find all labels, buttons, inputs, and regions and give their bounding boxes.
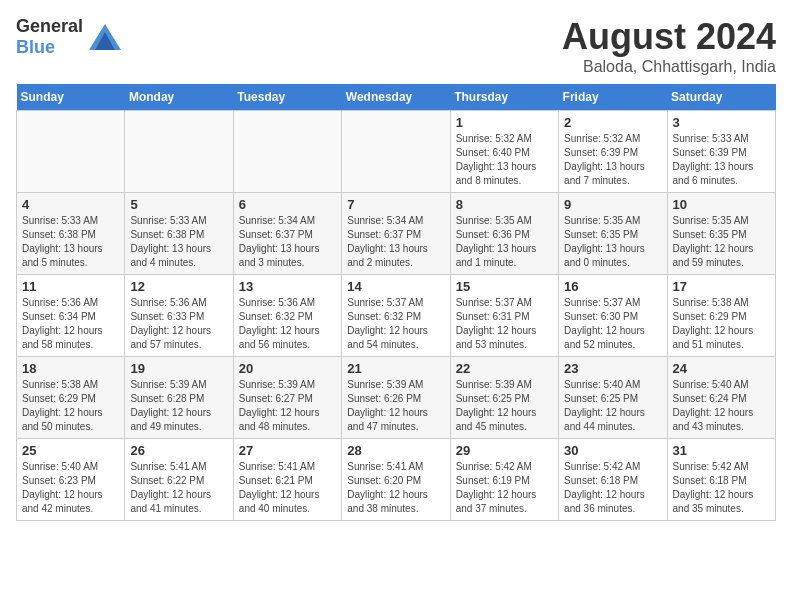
day-info: Sunrise: 5:42 AM Sunset: 6:19 PM Dayligh… — [456, 460, 553, 516]
day-info: Sunrise: 5:32 AM Sunset: 6:39 PM Dayligh… — [564, 132, 661, 188]
calendar-cell: 1Sunrise: 5:32 AM Sunset: 6:40 PM Daylig… — [450, 111, 558, 193]
week-row-2: 4Sunrise: 5:33 AM Sunset: 6:38 PM Daylig… — [17, 193, 776, 275]
day-info: Sunrise: 5:41 AM Sunset: 6:20 PM Dayligh… — [347, 460, 444, 516]
calendar-cell: 22Sunrise: 5:39 AM Sunset: 6:25 PM Dayli… — [450, 357, 558, 439]
day-number: 11 — [22, 279, 119, 294]
calendar-cell: 23Sunrise: 5:40 AM Sunset: 6:25 PM Dayli… — [559, 357, 667, 439]
day-number: 6 — [239, 197, 336, 212]
day-info: Sunrise: 5:39 AM Sunset: 6:28 PM Dayligh… — [130, 378, 227, 434]
subtitle: Baloda, Chhattisgarh, India — [562, 58, 776, 76]
day-header-friday: Friday — [559, 84, 667, 111]
day-number: 25 — [22, 443, 119, 458]
day-info: Sunrise: 5:41 AM Sunset: 6:22 PM Dayligh… — [130, 460, 227, 516]
day-number: 3 — [673, 115, 770, 130]
day-info: Sunrise: 5:34 AM Sunset: 6:37 PM Dayligh… — [239, 214, 336, 270]
calendar-cell — [342, 111, 450, 193]
day-number: 26 — [130, 443, 227, 458]
day-info: Sunrise: 5:32 AM Sunset: 6:40 PM Dayligh… — [456, 132, 553, 188]
day-number: 13 — [239, 279, 336, 294]
day-number: 30 — [564, 443, 661, 458]
day-info: Sunrise: 5:36 AM Sunset: 6:33 PM Dayligh… — [130, 296, 227, 352]
day-info: Sunrise: 5:40 AM Sunset: 6:25 PM Dayligh… — [564, 378, 661, 434]
calendar-cell — [125, 111, 233, 193]
calendar-cell: 12Sunrise: 5:36 AM Sunset: 6:33 PM Dayli… — [125, 275, 233, 357]
calendar-table: SundayMondayTuesdayWednesdayThursdayFrid… — [16, 84, 776, 521]
calendar-cell: 13Sunrise: 5:36 AM Sunset: 6:32 PM Dayli… — [233, 275, 341, 357]
day-header-saturday: Saturday — [667, 84, 775, 111]
calendar-cell: 25Sunrise: 5:40 AM Sunset: 6:23 PM Dayli… — [17, 439, 125, 521]
day-number: 23 — [564, 361, 661, 376]
calendar-cell: 27Sunrise: 5:41 AM Sunset: 6:21 PM Dayli… — [233, 439, 341, 521]
day-number: 4 — [22, 197, 119, 212]
calendar-cell — [17, 111, 125, 193]
calendar-cell: 17Sunrise: 5:38 AM Sunset: 6:29 PM Dayli… — [667, 275, 775, 357]
calendar-cell: 19Sunrise: 5:39 AM Sunset: 6:28 PM Dayli… — [125, 357, 233, 439]
calendar-cell: 28Sunrise: 5:41 AM Sunset: 6:20 PM Dayli… — [342, 439, 450, 521]
calendar-cell: 31Sunrise: 5:42 AM Sunset: 6:18 PM Dayli… — [667, 439, 775, 521]
day-number: 2 — [564, 115, 661, 130]
calendar-cell: 5Sunrise: 5:33 AM Sunset: 6:38 PM Daylig… — [125, 193, 233, 275]
day-info: Sunrise: 5:33 AM Sunset: 6:38 PM Dayligh… — [130, 214, 227, 270]
day-number: 20 — [239, 361, 336, 376]
day-info: Sunrise: 5:42 AM Sunset: 6:18 PM Dayligh… — [673, 460, 770, 516]
calendar-cell: 14Sunrise: 5:37 AM Sunset: 6:32 PM Dayli… — [342, 275, 450, 357]
day-number: 8 — [456, 197, 553, 212]
calendar-cell: 7Sunrise: 5:34 AM Sunset: 6:37 PM Daylig… — [342, 193, 450, 275]
calendar-cell: 10Sunrise: 5:35 AM Sunset: 6:35 PM Dayli… — [667, 193, 775, 275]
calendar-cell: 18Sunrise: 5:38 AM Sunset: 6:29 PM Dayli… — [17, 357, 125, 439]
day-number: 7 — [347, 197, 444, 212]
calendar-cell: 8Sunrise: 5:35 AM Sunset: 6:36 PM Daylig… — [450, 193, 558, 275]
day-info: Sunrise: 5:36 AM Sunset: 6:34 PM Dayligh… — [22, 296, 119, 352]
week-row-3: 11Sunrise: 5:36 AM Sunset: 6:34 PM Dayli… — [17, 275, 776, 357]
calendar-cell: 16Sunrise: 5:37 AM Sunset: 6:30 PM Dayli… — [559, 275, 667, 357]
week-row-4: 18Sunrise: 5:38 AM Sunset: 6:29 PM Dayli… — [17, 357, 776, 439]
day-number: 17 — [673, 279, 770, 294]
day-number: 16 — [564, 279, 661, 294]
calendar-cell: 21Sunrise: 5:39 AM Sunset: 6:26 PM Dayli… — [342, 357, 450, 439]
calendar-cell: 26Sunrise: 5:41 AM Sunset: 6:22 PM Dayli… — [125, 439, 233, 521]
day-info: Sunrise: 5:37 AM Sunset: 6:30 PM Dayligh… — [564, 296, 661, 352]
day-number: 21 — [347, 361, 444, 376]
logo-blue: Blue — [16, 37, 55, 57]
day-info: Sunrise: 5:39 AM Sunset: 6:25 PM Dayligh… — [456, 378, 553, 434]
calendar-cell: 4Sunrise: 5:33 AM Sunset: 6:38 PM Daylig… — [17, 193, 125, 275]
logo: General Blue — [16, 16, 123, 58]
day-number: 14 — [347, 279, 444, 294]
day-number: 22 — [456, 361, 553, 376]
day-header-thursday: Thursday — [450, 84, 558, 111]
calendar-cell: 3Sunrise: 5:33 AM Sunset: 6:39 PM Daylig… — [667, 111, 775, 193]
calendar-cell — [233, 111, 341, 193]
day-info: Sunrise: 5:42 AM Sunset: 6:18 PM Dayligh… — [564, 460, 661, 516]
day-number: 10 — [673, 197, 770, 212]
day-info: Sunrise: 5:40 AM Sunset: 6:23 PM Dayligh… — [22, 460, 119, 516]
header: General Blue August 2024 Baloda, Chhatti… — [16, 16, 776, 76]
day-info: Sunrise: 5:36 AM Sunset: 6:32 PM Dayligh… — [239, 296, 336, 352]
calendar-cell: 11Sunrise: 5:36 AM Sunset: 6:34 PM Dayli… — [17, 275, 125, 357]
day-header-wednesday: Wednesday — [342, 84, 450, 111]
day-info: Sunrise: 5:35 AM Sunset: 6:36 PM Dayligh… — [456, 214, 553, 270]
day-info: Sunrise: 5:41 AM Sunset: 6:21 PM Dayligh… — [239, 460, 336, 516]
day-number: 28 — [347, 443, 444, 458]
day-info: Sunrise: 5:39 AM Sunset: 6:27 PM Dayligh… — [239, 378, 336, 434]
day-number: 19 — [130, 361, 227, 376]
day-info: Sunrise: 5:33 AM Sunset: 6:38 PM Dayligh… — [22, 214, 119, 270]
day-number: 29 — [456, 443, 553, 458]
day-number: 24 — [673, 361, 770, 376]
day-number: 12 — [130, 279, 227, 294]
logo-general: General — [16, 16, 83, 36]
calendar-cell: 15Sunrise: 5:37 AM Sunset: 6:31 PM Dayli… — [450, 275, 558, 357]
logo-icon — [87, 22, 123, 52]
calendar-cell: 29Sunrise: 5:42 AM Sunset: 6:19 PM Dayli… — [450, 439, 558, 521]
title-area: August 2024 Baloda, Chhattisgarh, India — [562, 16, 776, 76]
day-info: Sunrise: 5:34 AM Sunset: 6:37 PM Dayligh… — [347, 214, 444, 270]
day-number: 31 — [673, 443, 770, 458]
day-info: Sunrise: 5:37 AM Sunset: 6:32 PM Dayligh… — [347, 296, 444, 352]
day-header-tuesday: Tuesday — [233, 84, 341, 111]
main-title: August 2024 — [562, 16, 776, 58]
day-info: Sunrise: 5:35 AM Sunset: 6:35 PM Dayligh… — [673, 214, 770, 270]
calendar-cell: 30Sunrise: 5:42 AM Sunset: 6:18 PM Dayli… — [559, 439, 667, 521]
day-info: Sunrise: 5:35 AM Sunset: 6:35 PM Dayligh… — [564, 214, 661, 270]
day-info: Sunrise: 5:33 AM Sunset: 6:39 PM Dayligh… — [673, 132, 770, 188]
day-number: 27 — [239, 443, 336, 458]
week-row-5: 25Sunrise: 5:40 AM Sunset: 6:23 PM Dayli… — [17, 439, 776, 521]
